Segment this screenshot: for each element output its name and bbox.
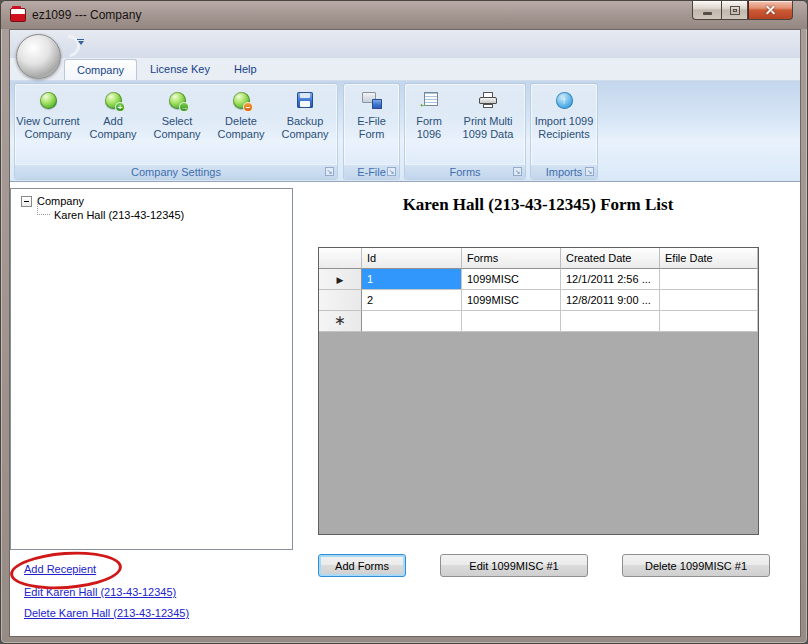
- delete-company-button[interactable]: − Delete Company: [209, 84, 273, 164]
- form-list-title: Karen Hall (213-43-12345) Form List: [310, 195, 766, 215]
- grid-header-row: Id Forms Created Date Efile Date: [319, 248, 758, 269]
- group-label-company-settings: Company Settings: [131, 166, 221, 178]
- efile-card-icon: [362, 90, 382, 110]
- app-window: ez1099 --- Company Company License Key H…: [0, 0, 808, 644]
- close-icon: [765, 5, 776, 16]
- printer-icon: [478, 90, 498, 110]
- tree-node-karen-hall-label: Karen Hall (213-43-12345): [54, 209, 184, 221]
- globe-minus-icon: −: [231, 90, 251, 110]
- floppy-disk-icon: [295, 90, 315, 110]
- view-current-company-button[interactable]: View Current Company: [15, 84, 81, 164]
- tab-help[interactable]: Help: [222, 59, 269, 80]
- client-area: Company Karen Hall (213-43-12345) Karen …: [10, 182, 800, 636]
- close-button[interactable]: [748, 1, 793, 20]
- dialog-launcher-icon[interactable]: ↘: [325, 167, 334, 176]
- window-controls: [692, 1, 793, 20]
- row-selector-cell: ∗: [319, 311, 362, 332]
- group-forms: ← Form 1096 Print Multi 1099 Data Forms …: [404, 83, 526, 180]
- cell-created-date[interactable]: 12/1/2011 2:56 ...: [561, 269, 660, 290]
- globe-arrow-icon: →: [167, 90, 187, 110]
- app-icon: [10, 8, 26, 22]
- edit-1099misc-button[interactable]: Edit 1099MISC #1: [440, 554, 588, 577]
- dialog-launcher-icon[interactable]: ↘: [513, 167, 522, 176]
- tree-node-karen-hall[interactable]: Karen Hall (213-43-12345): [37, 208, 292, 221]
- group-company-settings: View Current Company + Add Company → Sel…: [14, 83, 338, 180]
- minimize-icon: [703, 12, 712, 15]
- backup-company-button[interactable]: Backup Company: [273, 84, 337, 164]
- import-1099-recipients-button[interactable]: ↑ Import 1099 Recipients: [531, 84, 597, 164]
- grid-corner-cell[interactable]: [319, 248, 362, 269]
- new-row[interactable]: ∗: [319, 311, 758, 332]
- ribbon-tab-bar: Company License Key Help: [10, 58, 800, 80]
- cell-id[interactable]: 2: [362, 290, 462, 311]
- dialog-launcher-icon[interactable]: ↘: [387, 167, 396, 176]
- tree-connector-line: [37, 202, 50, 215]
- column-header-created-date[interactable]: Created Date: [561, 248, 660, 269]
- cell-id[interactable]: [362, 311, 462, 332]
- table-row[interactable]: 2 1099MISC 12/8/2011 9:00 ...: [319, 290, 758, 311]
- window-title: ez1099 --- Company: [32, 8, 141, 22]
- import-up-arrow-icon: ↑: [554, 90, 574, 110]
- current-row-arrow-icon: ▶: [337, 275, 344, 285]
- quick-access-toolbar: [10, 30, 800, 58]
- tab-license-key[interactable]: License Key: [138, 59, 222, 80]
- company-tree-panel: Company Karen Hall (213-43-12345): [10, 188, 293, 550]
- select-company-button[interactable]: → Select Company: [145, 84, 209, 164]
- group-imports: ↑ Import 1099 Recipients Imports ↘: [530, 83, 598, 180]
- delete-1099misc-button[interactable]: Delete 1099MISC #1: [622, 554, 770, 577]
- window-body: Company License Key Help View Current Co…: [9, 29, 801, 637]
- group-label-imports: Imports: [546, 166, 583, 178]
- efile-form-button[interactable]: E-File Form: [344, 84, 399, 164]
- add-company-button[interactable]: + Add Company: [81, 84, 145, 164]
- cell-created-date[interactable]: [561, 311, 660, 332]
- application-menu-button[interactable]: [16, 34, 61, 79]
- tree-node-company[interactable]: Company: [21, 195, 292, 207]
- cell-created-date[interactable]: 12/8/2011 9:00 ...: [561, 290, 660, 311]
- form-list-grid[interactable]: Id Forms Created Date Efile Date ▶ 1 109…: [318, 247, 759, 535]
- table-row[interactable]: ▶ 1 1099MISC 12/1/2011 2:56 ...: [319, 269, 758, 290]
- group-label-forms: Forms: [449, 166, 480, 178]
- cell-efile-date[interactable]: [660, 311, 758, 332]
- column-header-efile-date[interactable]: Efile Date: [660, 248, 758, 269]
- cell-efile-date[interactable]: [660, 290, 758, 311]
- maximize-button[interactable]: [721, 1, 748, 20]
- tree-collapse-icon[interactable]: [21, 196, 32, 207]
- maximize-icon: [730, 6, 740, 15]
- form-arrow-icon: ←: [419, 90, 439, 110]
- quick-access-dropdown-icon[interactable]: [76, 39, 85, 45]
- ribbon-body: View Current Company + Add Company → Sel…: [10, 80, 800, 182]
- globe-plus-icon: +: [103, 90, 123, 110]
- tab-company[interactable]: Company: [64, 59, 137, 80]
- row-selector-cell: ▶: [319, 269, 362, 290]
- cell-forms[interactable]: [462, 311, 561, 332]
- edit-company-link[interactable]: Edit Karen Hall (213-43-12345): [24, 586, 176, 598]
- cell-id[interactable]: 1: [362, 269, 462, 290]
- row-selector-cell: [319, 290, 362, 311]
- delete-company-link[interactable]: Delete Karen Hall (213-43-12345): [24, 607, 189, 619]
- group-efile: E-File Form E-File ↘: [343, 83, 400, 180]
- cell-forms[interactable]: 1099MISC: [462, 290, 561, 311]
- minimize-button[interactable]: [692, 1, 721, 20]
- cell-efile-date[interactable]: [660, 269, 758, 290]
- add-recipient-link[interactable]: Add Recepient: [24, 563, 96, 575]
- cell-forms[interactable]: 1099MISC: [462, 269, 561, 290]
- dialog-launcher-icon[interactable]: ↘: [585, 167, 594, 176]
- globe-icon: [38, 90, 58, 110]
- group-label-efile: E-File: [357, 166, 386, 178]
- column-header-id[interactable]: Id: [362, 248, 462, 269]
- form-1096-button[interactable]: ← Form 1096: [406, 84, 452, 164]
- ribbon: Company License Key Help View Current Co…: [10, 30, 800, 182]
- add-forms-button[interactable]: Add Forms: [318, 554, 406, 577]
- title-bar[interactable]: ez1099 --- Company: [1, 1, 807, 29]
- column-header-forms[interactable]: Forms: [462, 248, 561, 269]
- print-multi-1099-data-button[interactable]: Print Multi 1099 Data: [452, 84, 524, 164]
- new-row-asterisk-icon: ∗: [334, 312, 346, 328]
